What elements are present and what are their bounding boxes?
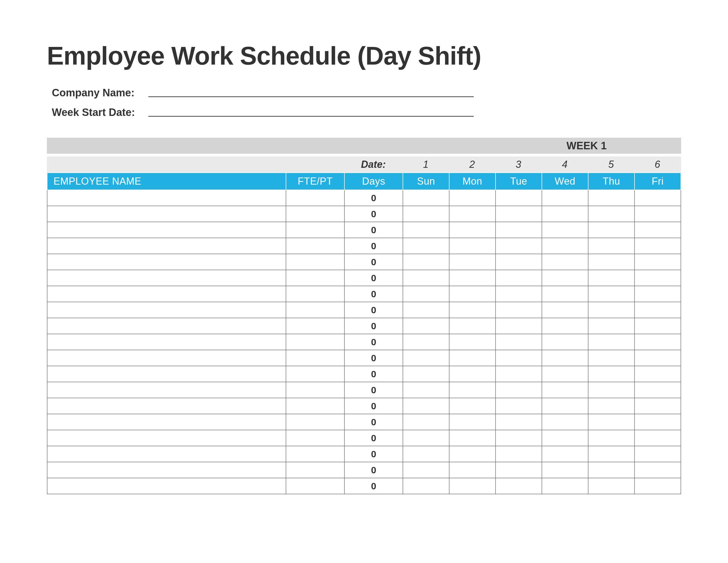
day-cell[interactable] xyxy=(403,190,449,206)
day-cell[interactable] xyxy=(403,206,449,222)
day-cell[interactable] xyxy=(496,398,542,414)
day-cell[interactable] xyxy=(542,270,588,286)
day-cell[interactable] xyxy=(449,222,496,238)
day-cell[interactable] xyxy=(403,286,449,302)
day-cell[interactable] xyxy=(635,206,681,222)
day-cell[interactable] xyxy=(496,190,542,206)
day-cell[interactable] xyxy=(542,462,588,478)
day-cell[interactable] xyxy=(403,302,449,318)
days-cell[interactable]: 0 xyxy=(344,430,403,446)
employee-name-cell[interactable] xyxy=(47,398,286,414)
day-cell[interactable] xyxy=(588,222,635,238)
day-cell[interactable] xyxy=(588,238,635,254)
day-cell[interactable] xyxy=(635,270,681,286)
day-cell[interactable] xyxy=(449,318,496,334)
day-cell[interactable] xyxy=(496,222,542,238)
day-cell[interactable] xyxy=(403,318,449,334)
day-cell[interactable] xyxy=(449,270,496,286)
day-cell[interactable] xyxy=(496,270,542,286)
day-cell[interactable] xyxy=(635,238,681,254)
days-cell[interactable]: 0 xyxy=(344,462,403,478)
day-cell[interactable] xyxy=(635,478,681,494)
fte-pt-cell[interactable] xyxy=(286,350,344,366)
employee-name-cell[interactable] xyxy=(47,366,286,382)
employee-name-cell[interactable] xyxy=(47,478,286,494)
day-cell[interactable] xyxy=(588,366,635,382)
day-cell[interactable] xyxy=(635,350,681,366)
days-cell[interactable]: 0 xyxy=(344,286,403,302)
day-cell[interactable] xyxy=(635,430,681,446)
employee-name-cell[interactable] xyxy=(47,462,286,478)
day-cell[interactable] xyxy=(588,446,635,462)
day-cell[interactable] xyxy=(496,286,542,302)
day-cell[interactable] xyxy=(496,318,542,334)
days-cell[interactable]: 0 xyxy=(344,350,403,366)
day-cell[interactable] xyxy=(542,382,588,398)
days-cell[interactable]: 0 xyxy=(344,318,403,334)
day-cell[interactable] xyxy=(449,302,496,318)
day-cell[interactable] xyxy=(588,318,635,334)
fte-pt-cell[interactable] xyxy=(286,318,344,334)
day-cell[interactable] xyxy=(403,462,449,478)
days-cell[interactable]: 0 xyxy=(344,270,403,286)
day-cell[interactable] xyxy=(449,446,496,462)
days-cell[interactable]: 0 xyxy=(344,238,403,254)
day-cell[interactable] xyxy=(542,398,588,414)
days-cell[interactable]: 0 xyxy=(344,446,403,462)
employee-name-cell[interactable] xyxy=(47,190,286,206)
day-cell[interactable] xyxy=(588,398,635,414)
days-cell[interactable]: 0 xyxy=(344,414,403,430)
day-cell[interactable] xyxy=(449,414,496,430)
day-cell[interactable] xyxy=(403,382,449,398)
day-cell[interactable] xyxy=(635,462,681,478)
employee-name-cell[interactable] xyxy=(47,318,286,334)
day-cell[interactable] xyxy=(496,302,542,318)
day-cell[interactable] xyxy=(403,254,449,270)
employee-name-cell[interactable] xyxy=(47,206,286,222)
day-cell[interactable] xyxy=(542,334,588,350)
day-cell[interactable] xyxy=(403,478,449,494)
fte-pt-cell[interactable] xyxy=(286,238,344,254)
days-cell[interactable]: 0 xyxy=(344,334,403,350)
day-cell[interactable] xyxy=(403,398,449,414)
day-cell[interactable] xyxy=(588,254,635,270)
fte-pt-cell[interactable] xyxy=(286,382,344,398)
day-cell[interactable] xyxy=(635,254,681,270)
day-cell[interactable] xyxy=(635,222,681,238)
employee-name-cell[interactable] xyxy=(47,382,286,398)
days-cell[interactable]: 0 xyxy=(344,190,403,206)
day-cell[interactable] xyxy=(449,350,496,366)
day-cell[interactable] xyxy=(588,430,635,446)
day-cell[interactable] xyxy=(635,302,681,318)
day-cell[interactable] xyxy=(496,414,542,430)
days-cell[interactable]: 0 xyxy=(344,382,403,398)
day-cell[interactable] xyxy=(542,318,588,334)
day-cell[interactable] xyxy=(449,190,496,206)
days-cell[interactable]: 0 xyxy=(344,222,403,238)
day-cell[interactable] xyxy=(635,414,681,430)
day-cell[interactable] xyxy=(635,318,681,334)
employee-name-cell[interactable] xyxy=(47,302,286,318)
day-cell[interactable] xyxy=(588,462,635,478)
fte-pt-cell[interactable] xyxy=(286,478,344,494)
day-cell[interactable] xyxy=(496,334,542,350)
fte-pt-cell[interactable] xyxy=(286,222,344,238)
day-cell[interactable] xyxy=(542,350,588,366)
day-cell[interactable] xyxy=(449,286,496,302)
day-cell[interactable] xyxy=(635,190,681,206)
day-cell[interactable] xyxy=(542,414,588,430)
day-cell[interactable] xyxy=(588,270,635,286)
day-cell[interactable] xyxy=(496,478,542,494)
day-cell[interactable] xyxy=(496,254,542,270)
days-cell[interactable]: 0 xyxy=(344,478,403,494)
fte-pt-cell[interactable] xyxy=(286,462,344,478)
day-cell[interactable] xyxy=(496,350,542,366)
day-cell[interactable] xyxy=(449,398,496,414)
day-cell[interactable] xyxy=(635,334,681,350)
day-cell[interactable] xyxy=(542,254,588,270)
day-cell[interactable] xyxy=(449,478,496,494)
company-name-field[interactable] xyxy=(148,96,474,97)
days-cell[interactable]: 0 xyxy=(344,398,403,414)
days-cell[interactable]: 0 xyxy=(344,206,403,222)
fte-pt-cell[interactable] xyxy=(286,302,344,318)
